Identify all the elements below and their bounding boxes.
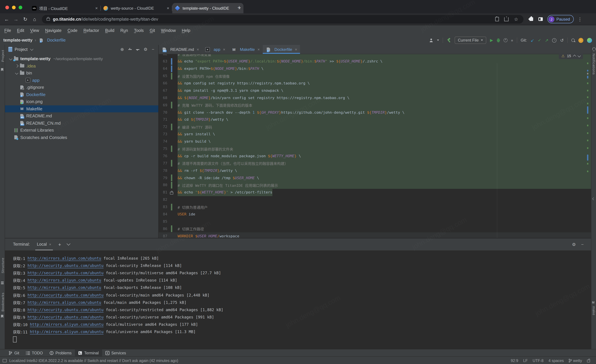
prev-warning-icon[interactable] [573, 55, 576, 58]
terminal-link[interactable]: http://mirrors.aliyun.com/ubuntu [30, 322, 104, 327]
menu-item-file[interactable]: File [1, 28, 14, 33]
tree-item-external-libraries[interactable]: External Libraries [5, 127, 158, 134]
menu-item-help[interactable]: Help [179, 28, 193, 33]
folder-tab-icon[interactable] [1, 68, 3, 71]
tree-item-bin[interactable]: bin [5, 69, 158, 77]
code-line[interactable]: 81&& echo "${WETTY_HOME}" > /etc/port-fi… [159, 189, 591, 196]
terminal-link[interactable]: http://security.ubuntu.com/ubuntu [28, 271, 104, 275]
terminal-hide-icon[interactable]: − [581, 242, 584, 247]
menu-item-view[interactable]: View [27, 28, 42, 33]
error-stripe-mark[interactable] [587, 70, 588, 72]
terminal-link[interactable]: http://security.ubuntu.com/ubuntu [28, 263, 104, 268]
terminal-link[interactable]: http://security.ubuntu.com/ubuntu [28, 315, 104, 320]
window-minimize-button[interactable] [12, 6, 16, 9]
tree-item-template-wetty[interactable]: template-wetty~/workspace/template-wetty [5, 55, 158, 62]
error-stripe-mark[interactable] [587, 103, 588, 104]
close-icon[interactable]: × [95, 6, 98, 11]
address-bar[interactable]: go.titanide.cn /ide/web/coding/template-… [42, 15, 523, 23]
terminal-settings-gear-icon[interactable]: ⚙ [572, 242, 576, 247]
editor-tab-readme-md[interactable]: MDREADME.md× [159, 45, 202, 54]
locate-file-icon[interactable]: ⊕ [120, 47, 124, 52]
terminal-dropdown-icon[interactable] [67, 242, 70, 246]
code-line[interactable]: 83# 切换为普通用户 [159, 203, 591, 211]
toolwindow-button-problems[interactable]: Problems [46, 349, 75, 357]
expand-all-icon[interactable] [136, 48, 139, 51]
code-line[interactable]: 78&& rm -rf ${TMPDIR}/wetty \ [159, 167, 591, 174]
error-stripe-mark[interactable] [587, 96, 588, 98]
status-message[interactable]: Localized IntelliJ IDEA 2022.2.2 is avai… [9, 358, 178, 363]
panel-settings-gear-icon[interactable]: ⚙ [144, 47, 148, 52]
collapse-all-icon[interactable] [128, 48, 132, 51]
rollback-icon[interactable]: ↺ [560, 38, 564, 43]
error-stripe-mark[interactable] [587, 90, 588, 91]
code-line[interactable]: 73&& yarn install \ [159, 131, 591, 138]
editor-tab-makefile[interactable]: MMakefile× [228, 45, 263, 54]
code-line[interactable]: 87WORKDIR $USER_HOME/workspace [159, 233, 591, 238]
build-hammer-icon[interactable] [447, 38, 451, 42]
code-line[interactable]: 79&& chown -R ide:ide /tmp $USER_HOME \ [159, 174, 591, 182]
terminal-link[interactable]: http://mirrors.aliyun.com/ubuntu [30, 329, 104, 334]
terminal-link[interactable]: http://mirrors.aliyun.com/ubuntu [28, 300, 101, 305]
breadcrumb-root[interactable]: template-wetty [3, 38, 32, 43]
debug-button[interactable] [497, 38, 500, 42]
line-ending[interactable]: LF [523, 358, 528, 363]
error-stripe-mark[interactable] [587, 106, 588, 114]
write-access-lock-icon[interactable] [587, 360, 590, 362]
error-stripe-mark[interactable] [587, 125, 588, 126]
browser-menu-icon[interactable]: ⋮ [578, 16, 582, 22]
ide-update-icon[interactable]: ↑ [578, 38, 583, 43]
tree-item-dockerfile[interactable]: DDockerfile [5, 91, 158, 98]
code-line[interactable]: 69# 克隆 WeTTY 源码，下面是我修改后的版本 [159, 101, 591, 109]
terminal-link[interactable]: http://security.ubuntu.com/ubuntu [28, 307, 104, 312]
caret-position[interactable]: 92:9 [511, 358, 518, 363]
close-icon[interactable]: × [197, 47, 199, 52]
git-branch-widget[interactable]: wetty [569, 358, 582, 363]
bookmark-star-icon[interactable]: ☆ [514, 16, 518, 22]
error-stripe-mark[interactable] [587, 140, 588, 141]
file-encoding[interactable]: UTF-8 [533, 358, 544, 363]
notifications-bell-icon[interactable] [592, 48, 596, 50]
terminal-link[interactable]: http://mirrors.aliyun.com/ubuntu [28, 285, 101, 290]
menu-item-git[interactable]: Git [147, 28, 158, 33]
menu-item-code[interactable]: Code [65, 28, 81, 33]
tool-stripe-project[interactable]: Project [0, 50, 5, 62]
project-view-dropdown-icon[interactable] [30, 47, 33, 51]
new-tab-button[interactable]: + [238, 5, 241, 11]
code-with-me-icon[interactable] [587, 38, 592, 43]
menu-item-tools[interactable]: Tools [131, 28, 147, 33]
structure-grid-icon[interactable] [1, 282, 4, 284]
code-editor[interactable]: 62# 设置路径环境变量63&& echo "export PATH=${USE… [159, 54, 591, 238]
profiler-button[interactable] [503, 38, 507, 42]
error-stripe-mark[interactable] [587, 155, 588, 160]
tree-item-makefile[interactable]: MMakefile [5, 105, 158, 112]
tree-chevron-icon[interactable] [14, 65, 19, 67]
git-push-icon[interactable]: ↗ [545, 38, 548, 43]
forward-icon[interactable]: → [11, 16, 21, 22]
menu-item-build[interactable]: Build [102, 28, 117, 33]
project-panel-title[interactable]: Project [15, 47, 28, 52]
code-line[interactable]: 71&& cd ${TMPDIR}/wetty \ [159, 116, 591, 123]
tree-item-icon-png[interactable]: icon.png [5, 98, 158, 105]
code-line[interactable]: 68&& ${NODE_HOME}/bin/yarn config set re… [159, 94, 591, 102]
close-icon[interactable]: × [295, 47, 297, 52]
browser-tab[interactable]: wetty-source - CloudIDE× [101, 3, 172, 13]
code-line[interactable]: 85 [159, 218, 591, 225]
extensions-icon[interactable] [529, 17, 533, 21]
run-button[interactable]: ▶ [490, 38, 493, 43]
clipboard-icon[interactable] [495, 17, 499, 21]
menu-item-refactor[interactable]: Refactor [81, 28, 102, 33]
terminal-link[interactable]: http://mirrors.aliyun.com/ubuntu [28, 278, 101, 283]
indent-setting[interactable]: 4 spaces [548, 358, 564, 363]
reload-icon[interactable]: ↻ [21, 16, 30, 22]
menu-item-edit[interactable]: Edit [14, 28, 27, 33]
code-line[interactable]: 66&& npm config set registry https://reg… [159, 80, 591, 87]
code-line[interactable]: 77# 清理不再需要的源文件（当然，也可以采用独立的融容器来构建） [159, 160, 591, 167]
terminal-output[interactable]: 获取:1 http://mirrors.aliyun.com/ubuntu fo… [5, 251, 591, 349]
error-stripe-mark[interactable] [587, 82, 588, 84]
window-zoom-button[interactable] [19, 6, 22, 9]
git-commit-icon[interactable]: ✓ [538, 38, 541, 43]
tree-item-scratches-and-consoles[interactable]: Scratches and Consoles [5, 134, 158, 141]
code-line[interactable]: 63&& echo "export PATH=${USER_HOME}/.loc… [159, 58, 591, 65]
code-line[interactable]: 86# 切换工作路径 [159, 225, 591, 233]
error-stripe-mark[interactable] [587, 163, 588, 165]
